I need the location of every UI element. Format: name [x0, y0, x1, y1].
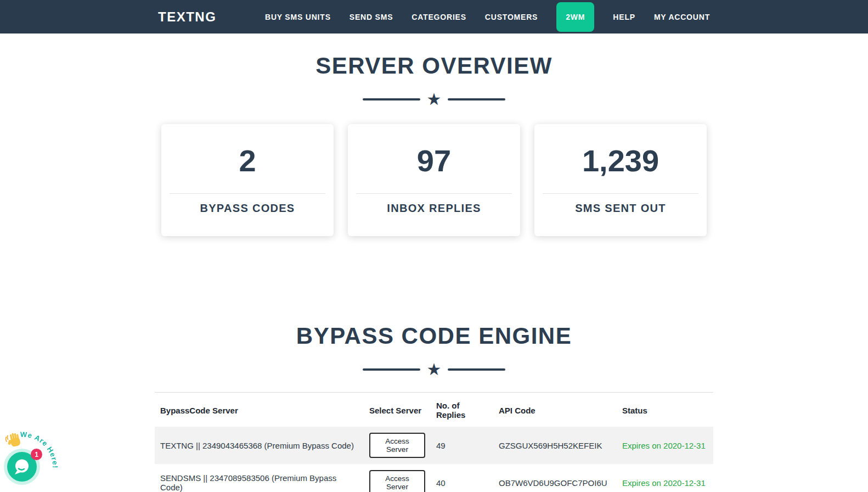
star-icon: ★	[427, 91, 442, 108]
status-text: Expires on 2020-12-31	[617, 464, 713, 492]
header-bypasscode-server: BypassCode Server	[155, 393, 364, 427]
card-divider	[170, 193, 325, 194]
header-api-code: API Code	[493, 393, 617, 427]
card-divider	[543, 193, 698, 194]
top-nav: TEXTNG BUY SMS UNITS SEND SMS CATEGORIES…	[0, 0, 868, 33]
server-overview-title: SERVER OVERVIEW	[0, 53, 868, 79]
header-select-server: Select Server	[364, 393, 431, 427]
nav-item-my-account[interactable]: MY ACCOUNT	[654, 13, 710, 21]
replies-count: 40	[431, 464, 493, 492]
nav-item-categories[interactable]: CATEGORIES	[412, 13, 466, 21]
stat-label: INBOX REPLIES	[348, 202, 520, 215]
nav-item-customers[interactable]: CUSTOMERS	[485, 13, 538, 21]
nav-item-send-sms[interactable]: SEND SMS	[350, 13, 393, 21]
stat-cards: 2 BYPASS CODES 97 INBOX REPLIES 1,239 SM…	[0, 124, 868, 236]
main-content: SERVER OVERVIEW ★ 2 BYPASS CODES 97 INBO…	[0, 53, 868, 492]
nav-item-buy-sms-units[interactable]: BUY SMS UNITS	[265, 13, 331, 21]
server-name: SENDSMS || 2347089583506 (Premium Bypass…	[155, 464, 364, 492]
stat-label: BYPASS CODES	[161, 202, 334, 215]
stat-value: 1,239	[534, 144, 707, 178]
access-server-button[interactable]: Access Server	[369, 470, 425, 492]
chat-bubble-icon	[13, 458, 31, 476]
api-code: OB7W6VD6U9GOFC7POI6U	[493, 464, 617, 492]
bypass-engine-title: BYPASS CODE ENGINE	[0, 323, 868, 349]
chat-widget: We Are Here! 1	[3, 422, 72, 489]
bypass-code-table: BypassCode Server Select Server No. of R…	[155, 392, 713, 492]
divider-line	[448, 368, 505, 371]
server-name: TEXTNG || 2349043465368 (Premium Bypass …	[155, 427, 364, 464]
replies-count: 49	[431, 427, 493, 464]
divider-line	[363, 368, 420, 371]
stat-value: 97	[348, 144, 520, 178]
table-row: TEXTNG || 2349043465368 (Premium Bypass …	[155, 427, 713, 464]
divider-line	[448, 98, 505, 100]
table-header-row: BypassCode Server Select Server No. of R…	[155, 393, 713, 427]
nav-menu: BUY SMS UNITS SEND SMS CATEGORIES CUSTOM…	[265, 2, 710, 32]
card-divider	[356, 193, 512, 194]
table-row: SENDSMS || 2347089583506 (Premium Bypass…	[155, 464, 713, 492]
stat-card-inbox-replies: 97 INBOX REPLIES	[348, 124, 520, 236]
header-status: Status	[617, 393, 713, 427]
stat-card-bypass-codes: 2 BYPASS CODES	[161, 124, 334, 236]
access-server-button[interactable]: Access Server	[369, 433, 425, 458]
nav-item-2wm-active[interactable]: 2WM	[556, 2, 594, 32]
bypass-code-table-wrap: BypassCode Server Select Server No. of R…	[155, 392, 713, 492]
star-divider: ★	[0, 361, 868, 378]
star-divider: ★	[0, 91, 868, 108]
brand-logo[interactable]: TEXTNG	[158, 9, 216, 25]
stat-value: 2	[161, 144, 334, 178]
notification-badge: 1	[31, 449, 42, 460]
header-no-of-replies: No. of Replies	[431, 393, 493, 427]
star-icon: ★	[427, 361, 442, 378]
divider-line	[363, 98, 420, 100]
stat-card-sms-sent-out: 1,239 SMS SENT OUT	[534, 124, 707, 236]
stat-label: SMS SENT OUT	[534, 202, 707, 215]
nav-item-help[interactable]: HELP	[613, 13, 635, 21]
waving-hand-icon	[4, 430, 25, 451]
api-code: GZSGUX569H5H52KEFEIK	[493, 427, 617, 464]
status-text: Expires on 2020-12-31	[617, 427, 713, 464]
